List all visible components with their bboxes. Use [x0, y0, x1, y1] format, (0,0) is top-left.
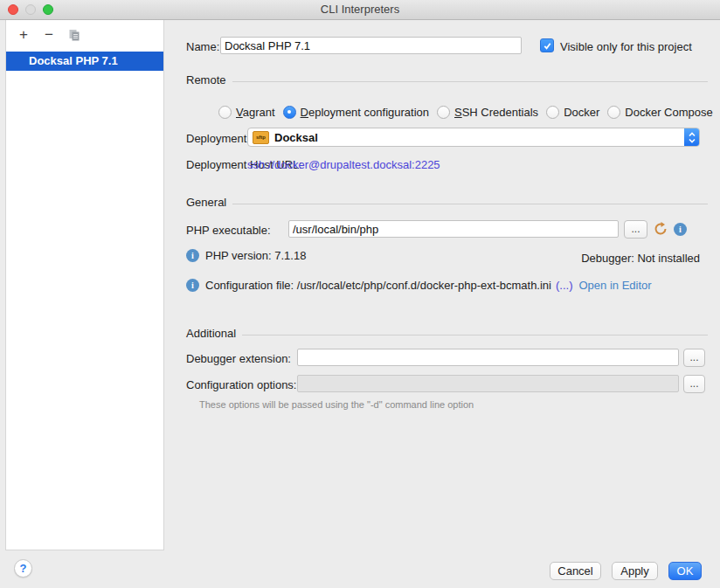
- php-executable-input[interactable]: [288, 220, 619, 238]
- remote-type-radio-group: Vagrant Deployment configuration SSH Cre…: [218, 103, 720, 121]
- radio-circle-icon: [437, 106, 450, 119]
- zoom-window-button[interactable]: [43, 4, 53, 15]
- debugger-extension-label: Debugger extension:: [186, 352, 291, 365]
- window-title: CLI Interpreters: [0, 0, 720, 19]
- ok-button[interactable]: OK: [668, 562, 702, 580]
- radio-selected-icon: [283, 106, 296, 119]
- name-input[interactable]: [220, 37, 522, 54]
- more-config-files-link[interactable]: (...): [556, 279, 573, 292]
- radio-docker-compose[interactable]: Docker Compose: [607, 106, 712, 119]
- debugger-status-text: Debugger: Not installed: [581, 252, 700, 265]
- section-divider: [242, 335, 708, 336]
- radio-vagrant[interactable]: Vagrant: [218, 106, 275, 119]
- radio-ssh-credentials[interactable]: SSH Credentials: [437, 106, 538, 119]
- radio-circle-icon: [607, 106, 620, 119]
- apply-button[interactable]: Apply: [612, 562, 658, 580]
- radio-circle-icon: [218, 106, 232, 119]
- cancel-button[interactable]: Cancel: [550, 562, 601, 580]
- interpreters-list-panel: + − Docksal PHP 7.1: [5, 20, 164, 550]
- list-toolbar: + −: [6, 20, 163, 47]
- php-executable-browse-button[interactable]: ...: [624, 220, 647, 239]
- remove-interpreter-icon[interactable]: −: [42, 28, 56, 42]
- configuration-file-text: Configuration file: /usr/local/etc/php/c…: [205, 279, 551, 292]
- deployment-configuration-value: Docksal: [274, 131, 318, 144]
- window-controls: [8, 4, 53, 15]
- php-version-row: i PHP version: 7.1.18: [186, 249, 306, 262]
- phpinfo-icon[interactable]: i: [674, 223, 687, 236]
- additional-section-header: Additional: [186, 327, 708, 340]
- help-button[interactable]: ?: [14, 559, 32, 578]
- php-executable-label: PHP executable:: [186, 224, 271, 237]
- remote-section-header: Remote: [186, 73, 708, 86]
- minimize-window-button: [25, 4, 36, 15]
- combo-stepper-icon[interactable]: [684, 128, 699, 146]
- titlebar[interactable]: CLI Interpreters: [0, 0, 720, 20]
- section-divider: [232, 204, 708, 204]
- additional-section-title: Additional: [186, 327, 236, 340]
- add-interpreter-icon[interactable]: +: [17, 28, 31, 42]
- visible-only-checkbox[interactable]: [540, 38, 554, 52]
- close-window-button[interactable]: [8, 4, 18, 15]
- radio-circle-icon: [546, 106, 559, 119]
- remote-section-title: Remote: [186, 73, 226, 86]
- debugger-extension-input[interactable]: [297, 349, 679, 366]
- cli-interpreters-dialog: CLI Interpreters + − Docksal PHP 7.1 Nam…: [0, 0, 720, 588]
- general-section-title: General: [186, 196, 226, 209]
- name-label: Name:: [186, 40, 219, 53]
- radio-docker[interactable]: Docker: [546, 106, 599, 119]
- info-icon: i: [186, 279, 199, 292]
- duplicate-interpreter-icon[interactable]: [67, 28, 81, 43]
- visible-only-label: Visible only for this project: [560, 40, 692, 53]
- check-icon: [543, 41, 552, 51]
- open-in-editor-link[interactable]: Open in Editor: [578, 279, 651, 292]
- deployment-host-url-value[interactable]: ssh://docker@drupaltest.docksal:2225: [247, 158, 440, 171]
- php-version-text: PHP version: 7.1.18: [205, 249, 306, 262]
- configuration-file-row: i Configuration file: /usr/local/etc/php…: [186, 279, 652, 292]
- radio-deployment-configuration[interactable]: Deployment configuration: [283, 106, 429, 119]
- configuration-options-input: [297, 375, 679, 392]
- configuration-options-label: Configuration options:: [186, 378, 296, 391]
- options-note-text: These options will be passed using the "…: [199, 399, 474, 410]
- deployment-configuration-select[interactable]: sftp Docksal: [247, 128, 700, 147]
- general-section-header: General: [186, 196, 708, 209]
- reload-phpinfo-icon[interactable]: [653, 221, 668, 237]
- section-divider: [232, 81, 708, 82]
- list-item-interpreter[interactable]: Docksal PHP 7.1: [6, 52, 163, 71]
- info-icon: i: [186, 249, 199, 262]
- configuration-options-browse-button[interactable]: ...: [683, 375, 705, 393]
- debugger-extension-browse-button[interactable]: ...: [683, 349, 705, 367]
- sftp-server-icon: sftp: [253, 131, 269, 144]
